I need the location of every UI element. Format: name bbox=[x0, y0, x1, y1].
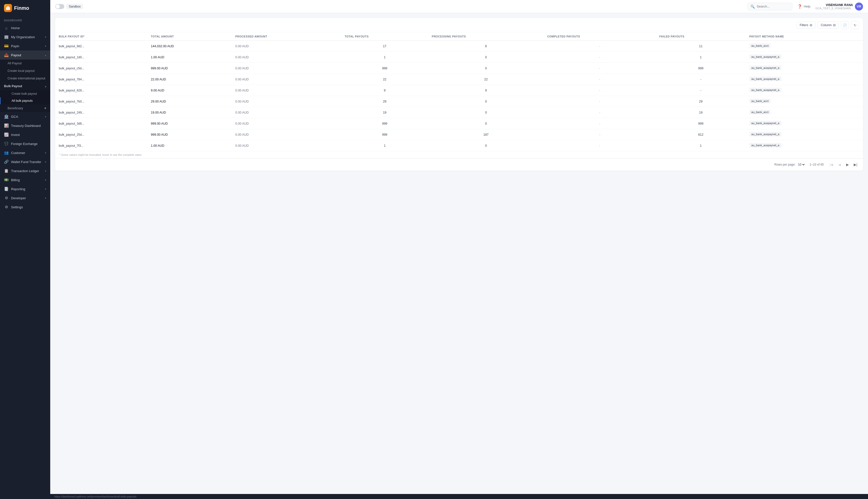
table-row[interactable]: bulk_payout_3d6... 999.00 AUD 0.00 AUD 9… bbox=[55, 118, 863, 129]
cell-method: au_bank_acct bbox=[746, 96, 863, 107]
sidebar-item-all-bulk[interactable]: All bulk payouts bbox=[0, 97, 50, 104]
cell-processing-payouts: 0 bbox=[428, 107, 544, 118]
cell-total-payouts: 1 bbox=[341, 140, 428, 151]
sidebar-item-invest[interactable]: 📈 Invest bbox=[0, 130, 50, 139]
sidebar-item-beneficiary[interactable]: Beneficiary ▾ bbox=[0, 104, 50, 112]
col-total-amount: TOTAL AMOUNT bbox=[147, 33, 232, 41]
sandbox-toggle[interactable]: Sandbox bbox=[55, 4, 83, 9]
table-row[interactable]: bulk_payout_7b0... 29.00 AUD 0.00 AUD 29… bbox=[55, 96, 863, 107]
export-button[interactable]: 📄 bbox=[841, 21, 849, 29]
table-row[interactable]: bulk_payout_c5d... 999.00 AUD 0.00 AUD 9… bbox=[55, 63, 863, 74]
cell-processing-payouts: 0 bbox=[428, 140, 544, 151]
user-info[interactable]: VISEHSANK RANA GCA_TEST_8_VISHESHAN... V… bbox=[816, 2, 863, 11]
table-footer: Rows per page: 10 25 50 1–10 of 65 |◀ ◀ … bbox=[55, 158, 863, 171]
sidebar-item-label: Transaction Ledger bbox=[11, 169, 42, 173]
header: Sandbox 🔍 ❓ Help VISEHSANK RANA GCA_TEST… bbox=[50, 0, 868, 13]
sidebar-item-treasury[interactable]: 📊 Treasury Dashboard bbox=[0, 121, 50, 130]
help-button[interactable]: ❓ Help bbox=[795, 3, 813, 10]
sidebar-item-gca[interactable]: 🏦 GCA ▾ bbox=[0, 112, 50, 121]
create-bulk-label: Create bulk payout bbox=[12, 92, 37, 96]
rows-per-page-select[interactable]: 10 25 50 bbox=[797, 162, 805, 167]
table-row[interactable]: bulk_payout_7f3... 1.00 AUD 0.00 AUD 1 0… bbox=[55, 140, 863, 151]
sidebar-item-my-org[interactable]: 🏢 My Organization ▾ bbox=[0, 33, 50, 41]
cell-processing-payouts: 0 bbox=[428, 96, 544, 107]
cell-total-payouts: 22 bbox=[341, 74, 428, 85]
search-box[interactable]: 🔍 bbox=[747, 3, 792, 10]
cell-failed-payouts: - bbox=[656, 74, 746, 85]
cell-total-amount: 9.00 AUD bbox=[147, 85, 232, 96]
cell-processed-amount: 0.00 AUD bbox=[232, 107, 341, 118]
table-header: BULK PAYOUT ID* TOTAL AMOUNT PROCESSED A… bbox=[55, 33, 863, 41]
table-row[interactable]: bulk_payout_1d0... 1.00 AUD 0.00 AUD 1 0… bbox=[55, 52, 863, 63]
sidebar-item-settings[interactable]: ⚙ Settings bbox=[0, 203, 50, 211]
col-total-payouts: TOTAL PAYOUTS bbox=[341, 33, 428, 41]
col-failed-payouts: FAILED PAYOUTS bbox=[656, 33, 746, 41]
chevron-down-icon: ▾ bbox=[45, 106, 46, 110]
sidebar-item-reporting[interactable]: 📑 Reporting ▾ bbox=[0, 184, 50, 194]
cell-id: bulk_payout_249... bbox=[55, 107, 147, 118]
cell-failed-payouts: 999 bbox=[656, 118, 746, 129]
status-url: https://dashboard.qafinmo.net/preview/da… bbox=[54, 495, 136, 498]
search-input[interactable] bbox=[757, 4, 789, 8]
table-row[interactable]: bulk_payout_249... 19.00 AUD 0.00 AUD 19… bbox=[55, 107, 863, 118]
forex-icon: 💱 bbox=[4, 142, 9, 146]
table-row[interactable]: bulk_payout_784... 22.00 AUD 0.00 AUD 22… bbox=[55, 74, 863, 85]
sidebar-item-create-intl[interactable]: Create international payout bbox=[0, 75, 50, 82]
cell-method: au_bank_auspaynet_a bbox=[746, 140, 863, 151]
cell-total-payouts: 999 bbox=[341, 129, 428, 140]
cell-processing-payouts: 6 bbox=[428, 41, 544, 52]
pagination-controls: |◀ ◀ ▶ ▶| bbox=[828, 161, 859, 168]
last-page-button[interactable]: ▶| bbox=[852, 161, 859, 168]
sidebar-item-forex[interactable]: 💱 Foreign Exchange bbox=[0, 139, 50, 148]
sidebar-item-create-bulk[interactable]: Create bulk payout bbox=[0, 90, 50, 97]
table-row[interactable]: bulk_payout_628... 9.00 AUD 0.00 AUD 9 9… bbox=[55, 85, 863, 96]
cell-method: au_bank_auspaynet_a bbox=[746, 129, 863, 140]
cell-id: bulk_payout_3d6... bbox=[55, 118, 147, 129]
sidebar-item-payout[interactable]: 📤 Payout ▴ bbox=[0, 50, 50, 60]
sidebar-item-label: Developer bbox=[11, 196, 42, 200]
sidebar-item-label: Invest bbox=[11, 133, 46, 137]
cell-id: bulk_payout_7f3... bbox=[55, 140, 147, 151]
table-row[interactable]: bulk_payout_9d2... 144,032.00 AUD 0.00 A… bbox=[55, 41, 863, 52]
cell-id: bulk_payout_7b0... bbox=[55, 96, 147, 107]
bulk-payout-label: Bulk Payout bbox=[4, 84, 42, 88]
all-bulk-label: All bulk payouts bbox=[12, 99, 33, 102]
sidebar-item-developer[interactable]: ⚙ Developer ▾ bbox=[0, 194, 50, 203]
status-bar: https://dashboard.qafinmo.net/preview/da… bbox=[50, 494, 868, 499]
cell-total-payouts: 29 bbox=[341, 96, 428, 107]
sidebar-item-create-local[interactable]: Create local payout bbox=[0, 67, 50, 75]
cell-processed-amount: 0.00 AUD bbox=[232, 63, 341, 74]
cell-failed-payouts: 1 bbox=[656, 140, 746, 151]
user-display-name: VISEHSANK RANA bbox=[816, 3, 853, 7]
next-page-button[interactable]: ▶ bbox=[844, 161, 851, 168]
sidebar-item-txn-ledger[interactable]: 📋 Transaction Ledger ▾ bbox=[0, 166, 50, 175]
sidebar-item-all-payout[interactable]: All Payout bbox=[0, 60, 50, 67]
table-scroll-area: BULK PAYOUT ID* TOTAL AMOUNT PROCESSED A… bbox=[55, 33, 863, 151]
sidebar-item-payin[interactable]: 💳 Payin ▾ bbox=[0, 41, 50, 50]
user-avatar[interactable]: VR bbox=[855, 2, 863, 11]
sidebar-item-wallet[interactable]: 🔗 Wallet Fund Transfer ▾ bbox=[0, 157, 50, 166]
filter-icon: ⊟ bbox=[810, 23, 812, 27]
sidebar-item-label: My Organization bbox=[11, 35, 42, 39]
cell-completed-payouts: - bbox=[544, 96, 656, 107]
reporting-icon: 📑 bbox=[4, 187, 9, 191]
table-row[interactable]: bulk_payout_25d... 999.00 AUD 0.00 AUD 9… bbox=[55, 129, 863, 140]
sidebar-item-customer[interactable]: 👥 Customer ▾ bbox=[0, 148, 50, 157]
filters-button[interactable]: Filters ⊟ bbox=[796, 22, 816, 29]
cell-total-amount: 999.00 AUD bbox=[147, 118, 232, 129]
prev-page-button[interactable]: ◀ bbox=[836, 161, 843, 168]
first-page-button[interactable]: |◀ bbox=[828, 161, 835, 168]
sandbox-switch[interactable] bbox=[55, 4, 64, 9]
filter-label: Filters bbox=[800, 23, 808, 27]
cell-failed-payouts: 999 bbox=[656, 63, 746, 74]
billing-icon: 💵 bbox=[4, 178, 9, 182]
wallet-icon: 🔗 bbox=[4, 160, 9, 164]
org-icon: 🏢 bbox=[4, 35, 9, 39]
column-button[interactable]: Column ⊟ bbox=[818, 22, 839, 29]
refresh-button[interactable]: ↻ bbox=[851, 21, 859, 29]
sidebar-item-bulk-payout[interactable]: Bulk Payout ▴ bbox=[0, 82, 50, 90]
sidebar-item-billing[interactable]: 💵 Billing ▾ bbox=[0, 175, 50, 184]
sidebar-item-home[interactable]: ⌂ Home bbox=[0, 23, 50, 33]
logo-icon bbox=[4, 4, 12, 12]
logo-text: Finmo bbox=[14, 5, 29, 11]
